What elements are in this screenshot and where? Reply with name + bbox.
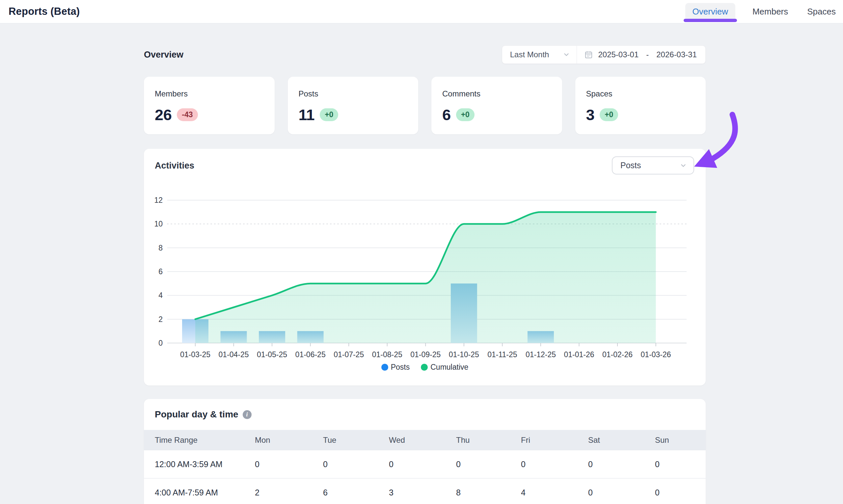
svg-text:01-03-25: 01-03-25: [180, 350, 211, 359]
count-cell: 4: [521, 488, 588, 498]
count-cell: 2: [255, 488, 323, 498]
stat-label: Members: [155, 89, 264, 98]
reports-page: Reports (Beta) Overview Members Spaces O…: [0, 0, 843, 504]
svg-text:01-10-25: 01-10-25: [449, 350, 479, 359]
svg-text:0: 0: [158, 339, 163, 347]
column-header: Mon: [255, 435, 323, 445]
svg-text:01-09-25: 01-09-25: [410, 350, 441, 359]
count-cell: 0: [389, 460, 456, 469]
svg-text:01-05-25: 01-05-25: [257, 350, 287, 359]
stat-value: 3: [586, 106, 595, 124]
table-row: 4:00 AM-7:59 AM2638400: [144, 479, 706, 504]
svg-text:01-06-25: 01-06-25: [295, 350, 326, 359]
date-range-controls: Last Month 2025-03-01 -: [502, 46, 706, 64]
svg-text:01-02-26: 01-02-26: [602, 350, 632, 359]
svg-text:01-04-25: 01-04-25: [219, 350, 249, 359]
info-icon[interactable]: i: [243, 410, 252, 419]
activities-card: Activities Posts 02468101201-03-2501-04-…: [144, 149, 706, 385]
stat-label: Spaces: [586, 89, 695, 98]
table-row: 12:00 AM-3:59 AM0000000: [144, 450, 706, 479]
section-title: Overview: [144, 50, 183, 60]
stat-card-spaces: Spaces 3 +0: [575, 77, 706, 134]
stat-delta-badge: -43: [177, 108, 198, 121]
calendar-icon: [584, 50, 593, 59]
stat-delta-badge: +0: [600, 108, 618, 121]
legend-cumulative-dot: [421, 364, 428, 371]
stat-card-members: Members 26 -43: [144, 77, 275, 134]
activities-chart: 02468101201-03-2501-04-2501-05-2501-06-2…: [144, 149, 706, 385]
column-header: Time Range: [144, 435, 255, 445]
svg-text:6: 6: [158, 267, 163, 276]
column-header: Fri: [521, 435, 588, 445]
stat-value: 6: [442, 106, 451, 124]
table-header-row: Time Range Mon Tue Wed Thu Fri Sat Sun: [144, 430, 706, 450]
tab-overview-label: Overview: [693, 6, 728, 16]
count-cell: 0: [255, 460, 323, 469]
svg-text:01-11-25: 01-11-25: [487, 350, 517, 359]
column-header: Thu: [456, 435, 521, 445]
stat-card-posts: Posts 11 +0: [288, 77, 418, 134]
legend-posts-dot: [381, 364, 388, 371]
time-range-cell: 12:00 AM-3:59 AM: [144, 460, 255, 469]
stat-card-comments: Comments 6 +0: [431, 77, 562, 134]
svg-text:01-01-26: 01-01-26: [564, 350, 594, 359]
column-header: Wed: [389, 435, 456, 445]
legend-item-cumulative[interactable]: Cumulative: [421, 363, 468, 372]
top-bar: Reports (Beta) Overview Members Spaces: [0, 0, 843, 23]
tab-spaces-label: Spaces: [807, 6, 836, 16]
tab-members[interactable]: Members: [751, 3, 790, 20]
popular-title: Popular day & time: [155, 409, 238, 420]
tab-members-label: Members: [752, 6, 788, 16]
chart-legend: Posts Cumulative: [144, 363, 706, 372]
count-cell: 0: [655, 460, 706, 469]
stat-label: Comments: [442, 89, 551, 98]
svg-text:12: 12: [154, 196, 163, 204]
count-cell: 0: [588, 488, 655, 498]
tab-bar: Overview Members Spaces: [685, 0, 838, 23]
svg-text:2: 2: [158, 315, 163, 324]
svg-text:01-12-25: 01-12-25: [525, 350, 556, 359]
tab-spaces[interactable]: Spaces: [805, 3, 838, 20]
date-end: 2026-03-31: [656, 50, 697, 59]
svg-text:8: 8: [158, 244, 163, 252]
overview-section-header: Overview Last Month: [144, 46, 706, 64]
legend-cumulative-label: Cumulative: [430, 363, 468, 372]
svg-text:10: 10: [154, 220, 163, 228]
stat-label: Posts: [299, 89, 408, 98]
column-header: Sat: [588, 435, 655, 445]
column-header: Tue: [323, 435, 389, 445]
range-preset-select[interactable]: Last Month: [502, 46, 577, 64]
count-cell: 0: [456, 460, 521, 469]
stat-delta-badge: +0: [320, 108, 338, 121]
column-header: Sun: [655, 435, 706, 445]
count-cell: 0: [323, 460, 389, 469]
date-start: 2025-03-01: [598, 50, 639, 59]
svg-text:01-03-26: 01-03-26: [641, 350, 671, 359]
page-title: Reports (Beta): [8, 5, 80, 17]
popular-day-time-card: Popular day & time i Time Range Mon Tue …: [144, 399, 706, 504]
chevron-down-icon: [563, 51, 570, 58]
legend-posts-label: Posts: [391, 363, 410, 372]
date-range-picker[interactable]: 2025-03-01 - 2026-03-31: [577, 46, 705, 64]
count-cell: 6: [323, 488, 389, 498]
tab-overview[interactable]: Overview: [685, 3, 735, 20]
table-body: 12:00 AM-3:59 AM00000004:00 AM-7:59 AM26…: [144, 450, 706, 504]
count-cell: 3: [389, 488, 456, 498]
count-cell: 0: [521, 460, 588, 469]
stat-delta-badge: +0: [456, 108, 474, 121]
count-cell: 0: [588, 460, 655, 469]
svg-text:4: 4: [158, 291, 163, 300]
stat-value: 11: [299, 106, 315, 124]
stats-row: Members 26 -43 Posts 11 +0 Comments 6 +0: [144, 77, 706, 134]
range-preset-value: Last Month: [510, 50, 549, 59]
count-cell: 0: [655, 488, 706, 498]
stat-value: 26: [155, 106, 172, 124]
legend-item-posts[interactable]: Posts: [381, 363, 410, 372]
svg-text:01-07-25: 01-07-25: [334, 350, 364, 359]
date-separator: -: [646, 50, 649, 59]
svg-text:01-08-25: 01-08-25: [372, 350, 402, 359]
time-range-cell: 4:00 AM-7:59 AM: [144, 488, 255, 498]
count-cell: 8: [456, 488, 521, 498]
active-tab-underline: [684, 19, 737, 22]
